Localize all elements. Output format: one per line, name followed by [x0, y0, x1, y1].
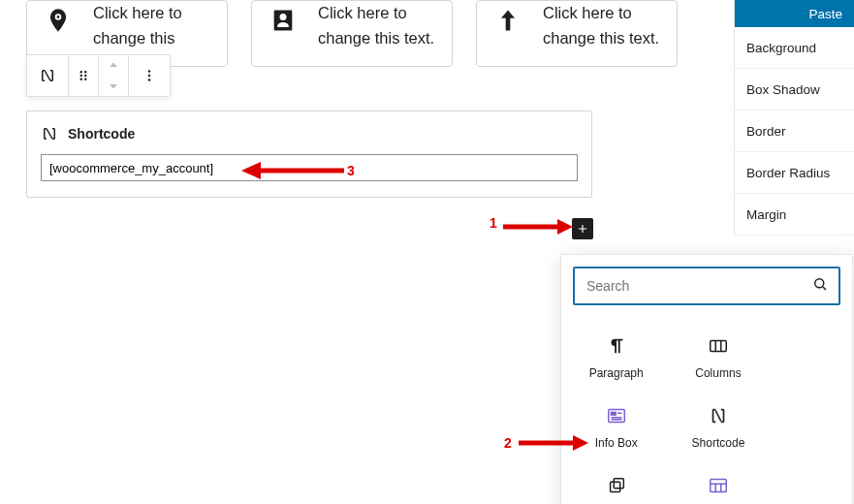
svg-rect-11 — [608, 410, 624, 423]
block-toolbar — [26, 54, 171, 97]
inserter-search[interactable] — [573, 267, 840, 305]
block-label: Shortcode — [692, 435, 745, 451]
inserter-block-group[interactable]: Group — [565, 457, 667, 504]
annotation-number-3: 3 — [347, 163, 355, 178]
svg-marker-17 — [557, 219, 573, 235]
style-sidebar: Paste Background Box Shadow Border Borde… — [734, 0, 854, 236]
svg-rect-13 — [610, 483, 619, 492]
svg-marker-19 — [573, 435, 588, 451]
svg-point-3 — [84, 75, 86, 77]
arrow-up-icon — [489, 1, 527, 34]
info-card[interactable]: Click here to change this text. — [476, 0, 678, 67]
sidebar-item-border[interactable]: Border — [735, 110, 854, 152]
svg-point-2 — [80, 75, 82, 77]
add-block-button[interactable] — [572, 218, 593, 239]
shortcode-icon — [708, 404, 729, 427]
move-up-down[interactable] — [99, 55, 129, 96]
columns-icon — [708, 334, 729, 358]
sidebar-item-background[interactable]: Background — [735, 27, 854, 69]
shortcode-block[interactable]: Shortcode — [26, 110, 592, 198]
advanced-columns-icon — [708, 474, 729, 497]
annotation-arrow-3 — [239, 160, 348, 181]
search-input[interactable] — [585, 277, 811, 295]
sidebar-item-margin[interactable]: Margin — [735, 194, 854, 236]
annotation-number-2: 2 — [504, 435, 512, 451]
shortcode-block-header: Shortcode — [41, 125, 578, 142]
location-pin-icon — [39, 1, 78, 34]
svg-rect-10 — [711, 341, 727, 352]
group-icon — [606, 474, 627, 497]
card-text[interactable]: Click here to change this text. — [318, 1, 440, 50]
shortcode-block-label: Shortcode — [68, 126, 135, 142]
inserter-block-columns[interactable]: Columns — [667, 317, 769, 387]
svg-point-4 — [80, 79, 82, 80]
block-type-icon[interactable] — [27, 55, 69, 96]
block-grid: Paragraph Columns Info Box Shortcode Gro… — [561, 317, 852, 504]
svg-point-5 — [84, 79, 86, 80]
annotation-arrow-1 — [501, 217, 573, 236]
card-text[interactable]: Click here to change this — [93, 1, 215, 50]
svg-marker-21 — [241, 162, 261, 179]
svg-rect-14 — [614, 479, 623, 488]
inserter-block-advanced-columns[interactable]: Advanced Columns — [667, 457, 769, 504]
info-card[interactable]: Click here to change this text. — [251, 0, 453, 67]
svg-rect-15 — [711, 480, 727, 492]
block-label: Columns — [695, 365, 741, 381]
contact-card-icon — [264, 1, 302, 34]
svg-rect-12 — [611, 413, 616, 416]
sidebar-item-border-radius[interactable]: Border Radius — [735, 152, 854, 194]
svg-point-1 — [84, 71, 86, 73]
inserter-block-paragraph[interactable]: Paragraph — [565, 317, 667, 387]
annotation-arrow-2 — [517, 433, 588, 453]
block-label: Paragraph — [589, 365, 644, 381]
more-options-icon[interactable] — [129, 55, 170, 96]
svg-point-6 — [148, 70, 151, 73]
sidebar-item-box-shadow[interactable]: Box Shadow — [735, 69, 854, 110]
inserter-block-shortcode[interactable]: Shortcode — [667, 387, 769, 457]
block-label: Info Box — [595, 435, 638, 451]
annotation-number-1: 1 — [490, 215, 497, 231]
block-inserter: Paragraph Columns Info Box Shortcode Gro… — [560, 254, 853, 504]
svg-point-0 — [80, 71, 82, 73]
drag-handle-icon[interactable] — [69, 55, 99, 96]
svg-point-7 — [148, 75, 151, 78]
svg-point-9 — [815, 279, 824, 288]
paragraph-icon — [606, 334, 627, 358]
svg-point-8 — [148, 79, 151, 81]
search-icon — [811, 275, 829, 297]
paste-button[interactable]: Paste — [735, 0, 854, 27]
card-text[interactable]: Click here to change this text. — [543, 1, 665, 50]
info-box-icon — [606, 404, 627, 427]
